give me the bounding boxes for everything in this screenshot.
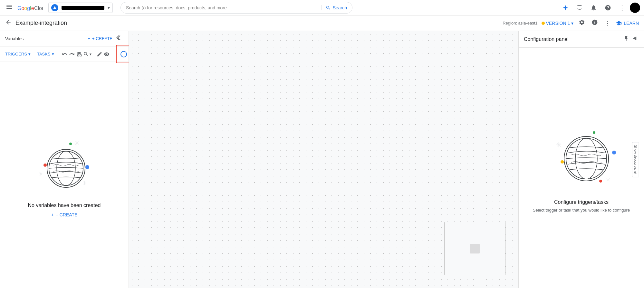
svg-point-9 — [566, 138, 606, 179]
config-deco-1: ✳ — [556, 141, 562, 149]
variables-title: Variables — [5, 36, 85, 41]
search-label: Search — [333, 5, 347, 10]
config-panel-title: Configuration panel — [524, 36, 622, 42]
arrange-button[interactable] — [76, 48, 82, 60]
triggers-button[interactable]: TRIGGERS ▾ — [3, 50, 33, 58]
vars-create-plus-icon: + — [51, 212, 54, 217]
vars-create-link[interactable]: + + CREATE — [51, 212, 78, 217]
second-bar-right: Region: asia-east1 VERSION 1 ▾ ⋮ LEARN — [503, 18, 639, 28]
vars-create-label: + CREATE — [55, 212, 78, 217]
red-dot — [43, 164, 47, 167]
gemini-icon-btn[interactable] — [559, 1, 572, 14]
settings-button[interactable] — [577, 18, 586, 28]
triggers-label: TRIGGERS — [5, 52, 27, 56]
toggle-knob — [121, 52, 126, 57]
config-globe-illustration — [564, 136, 609, 181]
variables-illustration: ✳ ✳ ✳ — [32, 133, 97, 197]
canvas-area[interactable] — [129, 31, 518, 288]
screen-share-icon-btn[interactable] — [573, 1, 586, 14]
configure-title: Configure triggers/tasks — [554, 199, 609, 205]
tasks-label: TASKS — [37, 52, 51, 56]
redo-button[interactable] — [69, 48, 75, 60]
info-button[interactable] — [590, 18, 599, 28]
nav-right-icons: ⋮ — [559, 1, 640, 14]
canvas-minimap[interactable] — [444, 222, 505, 275]
svg-rect-2 — [6, 8, 12, 9]
more-actions-button[interactable]: ⋮ — [603, 18, 612, 28]
svg-point-6 — [49, 151, 83, 185]
svg-rect-1 — [6, 6, 12, 7]
config-green-dot — [593, 131, 595, 134]
canvas-toolbar: TRIGGERS ▾ TASKS ▾ — [0, 46, 129, 62]
variables-empty-state: ✳ ✳ ✳ — [0, 62, 129, 288]
version-label: VERSION 1 — [546, 21, 570, 26]
configure-subtitle: Select trigger or task that you would li… — [533, 208, 630, 213]
second-bar: Example-integration Region: asia-east1 V… — [0, 15, 644, 31]
collapse-panel-button[interactable] — [115, 34, 123, 44]
top-navigation: Google Cloud ▾ Search — [0, 0, 644, 15]
svg-rect-0 — [6, 5, 12, 5]
learn-button[interactable]: LEARN — [616, 20, 639, 26]
version-dropdown-icon: ▾ — [571, 21, 573, 26]
pin-panel-button[interactable] — [622, 34, 630, 44]
version-status-dot — [542, 22, 545, 25]
blue-dot — [85, 165, 89, 169]
version-selector[interactable]: VERSION 1 ▾ — [542, 21, 574, 26]
green-dot — [69, 143, 72, 145]
variables-create-button[interactable]: + + CREATE — [85, 34, 115, 43]
deco-star-3: ✳ — [39, 171, 43, 177]
svg-text:Google: Google — [17, 5, 34, 11]
config-yellow-dot — [561, 160, 564, 164]
google-cloud-logo: Google Cloud — [17, 4, 43, 12]
show-debug-panel-tab[interactable]: Show debug panel — [632, 142, 639, 177]
vars-empty-message: No variables have been created — [28, 203, 101, 208]
config-red-dot — [599, 180, 602, 183]
config-panel-body: ✳ ✳ Configure — [519, 48, 644, 288]
svg-rect-8 — [636, 37, 637, 40]
search-bar[interactable]: Search — [120, 2, 352, 14]
debug-tab-label: Show debug panel — [633, 145, 637, 174]
zoom-button[interactable]: ▾ — [83, 48, 91, 60]
help-icon-btn[interactable] — [601, 1, 614, 14]
edit-mode-button[interactable] — [97, 48, 102, 60]
search-input[interactable] — [126, 5, 319, 10]
user-avatar[interactable] — [630, 3, 640, 13]
variables-panel: Variables + + CREATE TRIGGERS ▾ TASKS ▾ — [0, 31, 129, 288]
configuration-panel: Configuration panel ✳ — [518, 31, 644, 288]
svg-marker-5 — [53, 6, 56, 9]
main-layout: Variables + + CREATE TRIGGERS ▾ TASKS ▾ — [0, 31, 644, 288]
vars-globe-illustration — [47, 149, 85, 188]
config-blue-dot — [612, 151, 616, 154]
config-deco-2: ✳ — [606, 176, 610, 184]
project-selector[interactable]: ▾ — [48, 3, 113, 13]
undo-button[interactable] — [62, 48, 68, 60]
tasks-button[interactable]: TASKS ▾ — [34, 50, 57, 58]
view-mode-button[interactable] — [104, 48, 110, 60]
config-panel-header: Configuration panel — [519, 31, 644, 48]
svg-text:Cloud: Cloud — [34, 5, 43, 11]
back-button[interactable] — [5, 19, 12, 27]
create-plus-icon: + — [88, 36, 90, 41]
more-options-icon-btn[interactable]: ⋮ — [616, 1, 629, 14]
region-label: Region: asia-east1 — [503, 21, 537, 25]
toggle-switch: ✓ — [120, 51, 127, 57]
search-button[interactable]: Search — [322, 5, 347, 10]
integration-title: Example-integration — [15, 20, 67, 26]
config-illustration: ✳ ✳ — [546, 123, 617, 194]
svg-point-10 — [575, 138, 597, 179]
deco-star-2: ✳ — [82, 180, 87, 187]
tasks-dropdown-icon: ▾ — [52, 52, 54, 56]
close-panel-button[interactable] — [630, 34, 639, 44]
notifications-icon-btn[interactable] — [587, 1, 600, 14]
minimap-indicator — [470, 244, 480, 253]
learn-label: LEARN — [624, 21, 639, 26]
variables-panel-header: Variables + + CREATE — [0, 31, 129, 46]
deco-star-1: ✳ — [74, 139, 80, 147]
hamburger-menu[interactable] — [4, 1, 15, 14]
triggers-dropdown-icon: ▾ — [28, 52, 31, 56]
svg-point-7 — [57, 151, 75, 185]
